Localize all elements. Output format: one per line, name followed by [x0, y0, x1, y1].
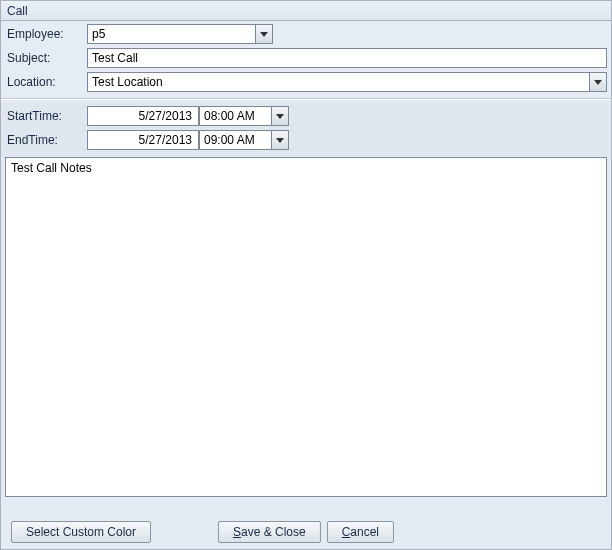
start-time-input[interactable]	[199, 106, 271, 126]
employee-combo[interactable]	[87, 24, 273, 44]
end-time-dropdown-button[interactable]	[271, 130, 289, 150]
time-fields: StartTime: EndTime:	[1, 103, 611, 157]
chevron-down-icon	[594, 80, 602, 85]
end-date-input[interactable]	[87, 130, 199, 150]
location-dropdown-button[interactable]	[589, 72, 607, 92]
employee-label: Employee:	[5, 27, 87, 41]
chevron-down-icon	[276, 114, 284, 119]
end-time-input[interactable]	[199, 130, 271, 150]
subject-input[interactable]	[87, 48, 607, 68]
notes-area	[5, 157, 607, 500]
location-input[interactable]	[87, 72, 589, 92]
end-time-combo[interactable]	[199, 130, 289, 150]
notes-textarea[interactable]	[5, 157, 607, 497]
cancel-button[interactable]: Cancel	[327, 521, 394, 543]
employee-input[interactable]	[87, 24, 255, 44]
start-time-label: StartTime:	[5, 109, 87, 123]
save-and-close-button[interactable]: Save & Close	[218, 521, 321, 543]
call-dialog: Call Employee: Subject: Location:	[0, 0, 612, 550]
chevron-down-icon	[260, 32, 268, 37]
start-time-combo[interactable]	[199, 106, 289, 126]
end-time-label: EndTime:	[5, 133, 87, 147]
subject-label: Subject:	[5, 51, 87, 65]
employee-dropdown-button[interactable]	[255, 24, 273, 44]
divider	[1, 98, 611, 100]
window-title: Call	[1, 1, 611, 21]
location-label: Location:	[5, 75, 87, 89]
start-time-dropdown-button[interactable]	[271, 106, 289, 126]
start-date-input[interactable]	[87, 106, 199, 126]
header-fields: Employee: Subject: Location:	[1, 21, 611, 97]
chevron-down-icon	[276, 138, 284, 143]
button-bar: Select Custom Color Save & Close Cancel	[1, 521, 611, 543]
select-custom-color-button[interactable]: Select Custom Color	[11, 521, 151, 543]
